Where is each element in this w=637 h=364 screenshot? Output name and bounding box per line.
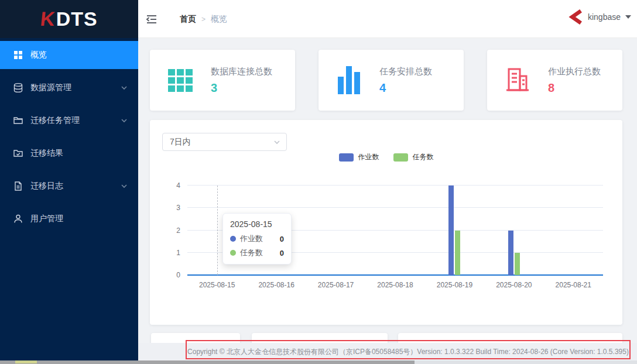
legend-item-tasks[interactable]: 任务数 xyxy=(393,152,434,162)
grid-3x3-icon xyxy=(150,69,211,92)
sidebar-item-migration-logs[interactable]: 迁移日志 xyxy=(0,172,138,200)
bar-chart-icon xyxy=(318,66,379,94)
stat-value: 4 xyxy=(379,81,432,95)
sidebar-collapse-icon[interactable] xyxy=(145,13,158,26)
legend-label: 作业数 xyxy=(358,152,379,162)
chevron-down-icon xyxy=(273,139,280,146)
window-bottom-edge xyxy=(0,360,637,364)
topbar: 首页 > 概览 kingbase xyxy=(138,0,637,38)
kdts-dashboard: KDTS 概览 数据源管理 迁移任务管理 xyxy=(0,0,637,364)
tooltip-series-value: 0 xyxy=(280,235,284,243)
logo-rest: DTS xyxy=(56,8,98,30)
user-menu[interactable]: kingbase xyxy=(568,9,631,25)
breadcrumb: 首页 > 概览 xyxy=(180,14,227,25)
breadcrumb-current: 概览 xyxy=(211,14,227,25)
series-dot xyxy=(230,236,236,242)
chevron-down-icon xyxy=(121,183,128,190)
chart-panel: 7日内 作业数 任务数 012342025-08-152025-08-16202… xyxy=(150,120,622,325)
document-icon xyxy=(13,181,23,191)
stat-label: 作业执行总数 xyxy=(548,66,601,77)
user-icon xyxy=(13,214,23,224)
tooltip-series-name: 作业数 xyxy=(240,233,263,244)
kingbase-logo-icon xyxy=(568,9,583,25)
stat-label: 数据库连接总数 xyxy=(211,66,272,77)
breadcrumb-home[interactable]: 首页 xyxy=(180,14,196,25)
sidebar-item-migration-tasks[interactable]: 迁移任务管理 xyxy=(0,107,138,135)
sidebar-item-label: 迁移日志 xyxy=(30,181,121,191)
stat-label: 任务安排总数 xyxy=(379,66,432,77)
logo-k: K xyxy=(39,8,57,30)
sidebar-item-label: 迁移结果 xyxy=(30,148,128,159)
stat-card-task-schedules: 任务安排总数 4 xyxy=(318,50,464,111)
app-logo: KDTS xyxy=(0,0,138,38)
sidebar-item-overview[interactable]: 概览 xyxy=(0,41,138,69)
sidebar-item-label: 迁移任务管理 xyxy=(30,115,121,126)
tooltip-series-name: 任务数 xyxy=(240,248,263,258)
building-icon xyxy=(487,67,548,94)
legend-swatch xyxy=(339,153,354,162)
chart-legend: 作业数 任务数 xyxy=(150,152,622,162)
chevron-down-icon xyxy=(121,84,128,91)
sidebar-item-migration-results[interactable]: 迁移结果 xyxy=(0,139,138,167)
sidebar-item-user-management[interactable]: 用户管理 xyxy=(0,205,138,233)
tooltip-series-value: 0 xyxy=(280,249,284,257)
database-icon xyxy=(13,83,23,93)
taskbar-fragment xyxy=(15,360,37,363)
date-range-value: 7日内 xyxy=(170,137,191,147)
date-range-select[interactable]: 7日内 xyxy=(162,133,287,151)
sidebar-item-label: 数据源管理 xyxy=(30,83,121,93)
sidebar-item-label: 概览 xyxy=(30,50,128,60)
stat-value: 3 xyxy=(211,81,272,95)
chevron-down-icon xyxy=(121,117,128,124)
folder-check-icon xyxy=(13,148,23,159)
stat-card-db-connections: 数据库连接总数 3 xyxy=(150,50,295,111)
caret-down-icon xyxy=(625,15,631,19)
tooltip-row: 作业数 0 xyxy=(230,233,284,244)
tooltip-title: 2025-08-15 xyxy=(230,219,284,229)
tooltip-row: 任务数 0 xyxy=(230,248,284,258)
sidebar-item-datasource[interactable]: 数据源管理 xyxy=(0,74,138,102)
sidebar-item-label: 用户管理 xyxy=(30,214,128,224)
legend-swatch xyxy=(393,153,408,162)
grid-icon xyxy=(13,50,23,60)
sidebar: KDTS 概览 数据源管理 迁移任务管理 xyxy=(0,0,138,360)
sidebar-menu: 概览 数据源管理 迁移任务管理 迁移结果 xyxy=(0,41,138,238)
stat-card-job-executions: 作业执行总数 8 xyxy=(487,50,622,111)
username: kingbase xyxy=(588,12,621,22)
chart-tooltip: 2025-08-15 作业数 0 任务数 0 xyxy=(222,213,292,265)
stat-value: 8 xyxy=(548,81,601,95)
folder-icon xyxy=(13,115,23,126)
copyright-text: Copyright © 北京人大金仓信息技术股份有限公司（京ICP备050584… xyxy=(146,347,629,357)
footer: Copyright © 北京人大金仓信息技术股份有限公司（京ICP备050584… xyxy=(138,343,637,361)
legend-item-jobs[interactable]: 作业数 xyxy=(339,152,379,162)
legend-label: 任务数 xyxy=(413,152,434,162)
series-dot xyxy=(230,250,236,256)
breadcrumb-separator: > xyxy=(201,15,206,23)
